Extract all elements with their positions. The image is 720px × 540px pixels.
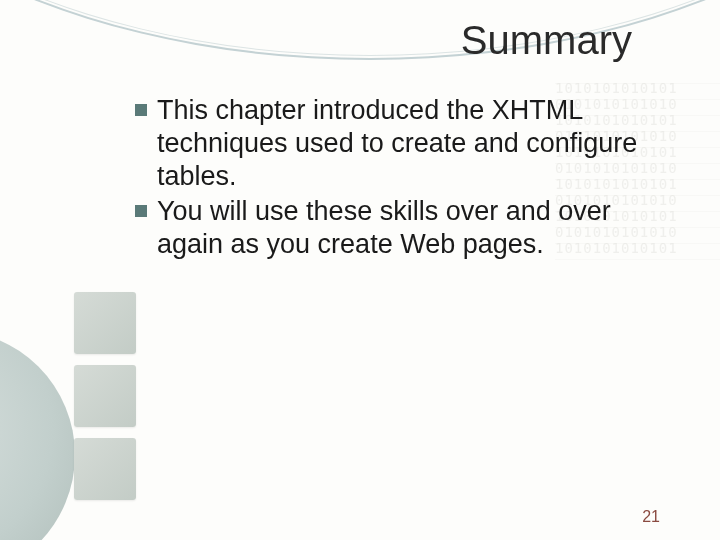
bullet-text: This chapter introduced the XHTML techni…: [157, 94, 680, 193]
decorative-square-2: [74, 365, 136, 427]
decorative-square-1: [74, 292, 136, 354]
bullet-item: You will use these skills over and over …: [135, 195, 680, 261]
page-number: 21: [642, 508, 660, 526]
square-bullet-icon: [135, 104, 147, 116]
slide-title: Summary: [461, 18, 632, 63]
content-area: This chapter introduced the XHTML techni…: [135, 94, 680, 263]
bullet-item: This chapter introduced the XHTML techni…: [135, 94, 680, 193]
bullet-text: You will use these skills over and over …: [157, 195, 680, 261]
decorative-left-circle: [0, 330, 75, 540]
decorative-square-3: [74, 438, 136, 500]
square-bullet-icon: [135, 205, 147, 217]
